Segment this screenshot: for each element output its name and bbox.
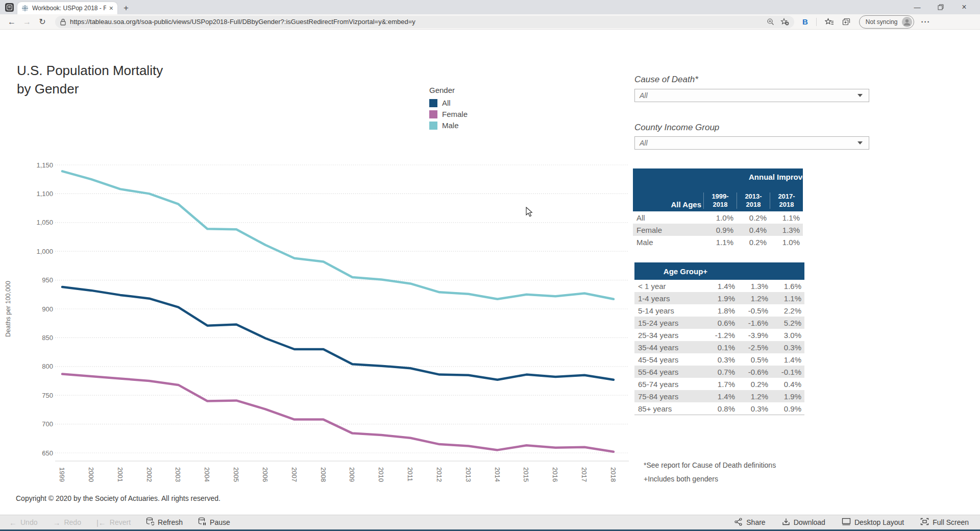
- collections-icon[interactable]: [842, 18, 851, 26]
- gender-legend: Gender AllFemaleMale: [429, 86, 468, 132]
- cause-of-death-value: All: [640, 91, 857, 100]
- row-value: 1.1%: [770, 213, 803, 222]
- tableau-favicon: [21, 5, 29, 12]
- revert-button[interactable]: |← Revert: [96, 518, 131, 526]
- browser-navbar: ← → ↻ https://tableau.soa.org/t/soa-publ…: [0, 14, 980, 30]
- series-line-female[interactable]: [62, 374, 614, 452]
- profile-label: Not syncing: [866, 18, 898, 26]
- row-value: 1.4%: [705, 282, 738, 291]
- favorites-bar-icon[interactable]: [825, 18, 834, 26]
- svg-text:2008: 2008: [320, 467, 327, 482]
- row-value: 1.1%: [771, 294, 804, 303]
- extension-b-icon[interactable]: B: [802, 17, 808, 26]
- svg-text:2003: 2003: [174, 467, 182, 482]
- tab-close-icon[interactable]: ×: [109, 5, 113, 12]
- full-screen-button[interactable]: Full Screen: [920, 518, 969, 527]
- row-value: 3.0%: [771, 331, 804, 340]
- workspaces-icon[interactable]: [5, 3, 14, 12]
- desktop-layout-icon: [842, 518, 851, 527]
- y-axis-labels: 1,1501,1001,0501,00095090085080075070065…: [36, 161, 53, 457]
- svg-text:1999: 1999: [58, 467, 66, 482]
- row-value: 0.3%: [738, 404, 771, 413]
- legend-item[interactable]: Male: [429, 121, 468, 130]
- table-row: 1-4 years1.9%1.2%1.1%: [634, 292, 804, 304]
- database-refresh-icon: [146, 517, 154, 527]
- footnote-genders: +Includes both genders: [644, 475, 718, 483]
- lock-icon: [60, 18, 66, 26]
- table-row: < 1 year1.4%1.3%1.6%: [634, 280, 804, 292]
- zoom-page-icon[interactable]: [767, 18, 774, 26]
- close-icon[interactable]: ×: [952, 0, 976, 14]
- row-value: 1.1%: [703, 238, 737, 247]
- back-icon[interactable]: ←: [4, 17, 19, 27]
- revert-icon: |←: [96, 519, 106, 526]
- share-button[interactable]: Share: [734, 518, 765, 527]
- add-favorite-icon[interactable]: [780, 18, 789, 26]
- desktop-layout-button[interactable]: Desktop Layout: [842, 518, 904, 527]
- legend-item[interactable]: Female: [429, 110, 468, 118]
- county-income-value: All: [640, 139, 857, 147]
- undo-icon: ←: [9, 519, 17, 526]
- row-value: 0.9%: [703, 226, 737, 234]
- svg-text:2005: 2005: [232, 467, 240, 482]
- refresh-icon[interactable]: ↻: [35, 17, 50, 27]
- restore-icon[interactable]: [929, 0, 952, 14]
- redo-button[interactable]: → Redo: [53, 518, 81, 526]
- settings-menu-icon[interactable]: ···: [921, 17, 930, 26]
- forward-icon[interactable]: →: [19, 17, 35, 27]
- pause-updates-button[interactable]: Pause: [198, 517, 230, 527]
- series-line-all[interactable]: [62, 287, 614, 380]
- cause-of-death-dropdown[interactable]: All: [634, 89, 869, 102]
- svg-text:2004: 2004: [203, 467, 211, 482]
- legend-swatch: [429, 122, 437, 130]
- row-value: 0.8%: [705, 404, 738, 413]
- county-income-label: County Income Group: [634, 123, 719, 133]
- table-row: 55-64 years0.7%-0.6%-0.1%: [634, 366, 804, 378]
- table-row: 25-34 years-1.2%-3.9%3.0%: [634, 329, 804, 341]
- row-label: 35-44 years: [634, 343, 705, 352]
- svg-text:800: 800: [42, 363, 53, 370]
- refresh-data-button[interactable]: Refresh: [146, 517, 183, 527]
- tab-title: Workbook: USPop 2018 - Full: [32, 5, 106, 12]
- svg-text:2015: 2015: [522, 467, 530, 482]
- row-value: -1.6%: [738, 319, 771, 327]
- download-button[interactable]: Download: [782, 518, 825, 527]
- table-row: Male1.1%0.2%1.0%: [633, 236, 803, 248]
- county-income-dropdown[interactable]: All: [634, 136, 869, 150]
- minimize-icon[interactable]: —: [905, 0, 929, 14]
- svg-text:950: 950: [42, 276, 53, 284]
- svg-text:2009: 2009: [348, 467, 356, 482]
- svg-text:900: 900: [42, 305, 53, 313]
- legend-item[interactable]: All: [429, 99, 468, 107]
- row-value: 1.4%: [771, 355, 804, 364]
- row-value: 0.9%: [771, 404, 804, 413]
- row-label: < 1 year: [634, 282, 705, 291]
- svg-text:1,150: 1,150: [36, 161, 53, 169]
- row-value: 1.9%: [771, 392, 804, 401]
- table-row: 75-84 years1.4%1.2%1.9%: [634, 390, 804, 402]
- table-row: 35-44 years0.1%-2.5%0.3%: [634, 341, 804, 353]
- mortality-line-chart[interactable]: Deaths per 100,000 1,1501,1001,0501,0009…: [0, 153, 638, 500]
- profile-button[interactable]: Not syncing: [859, 15, 914, 29]
- new-tab-button[interactable]: +: [124, 3, 129, 13]
- row-label: All: [633, 213, 703, 222]
- table-row: 65-74 years1.7%0.2%0.4%: [634, 378, 804, 390]
- cause-of-death-label: Cause of Death*: [634, 75, 698, 85]
- row-value: -0.5%: [738, 306, 771, 315]
- browser-tab[interactable]: Workbook: USPop 2018 - Full ×: [17, 2, 117, 14]
- row-label: 75-84 years: [634, 392, 705, 401]
- copyright-text: Copyright © 2020 by the Society of Actua…: [16, 494, 220, 502]
- row-value: 0.2%: [737, 213, 770, 222]
- page-title: U.S. Population Mortality by Gender: [17, 61, 163, 99]
- svg-text:2012: 2012: [435, 467, 443, 482]
- redo-icon: →: [53, 519, 60, 526]
- svg-text:850: 850: [42, 334, 53, 342]
- address-bar[interactable]: https://tableau.soa.org/t/soa-public/vie…: [55, 16, 794, 28]
- gender-improvement-table: Annual Improvement All Ages 1999-2018 20…: [633, 168, 803, 248]
- row-value: 1.2%: [738, 294, 771, 303]
- undo-button[interactable]: ← Undo: [9, 518, 37, 526]
- row-label: 85+ years: [634, 404, 705, 413]
- legend-label: Female: [442, 110, 468, 118]
- age-group-table: Age Group+ < 1 year1.4%1.3%1.6%1-4 years…: [634, 262, 804, 415]
- row-value: 1.4%: [705, 392, 738, 401]
